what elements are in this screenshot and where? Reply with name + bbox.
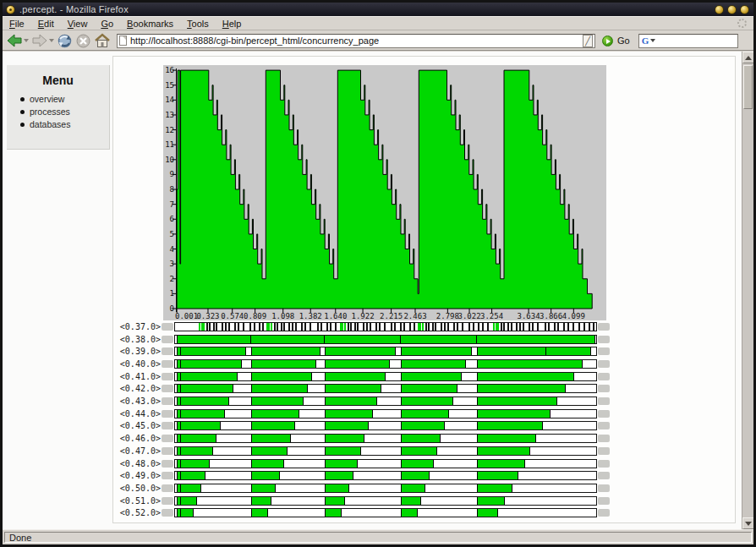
back-button[interactable] xyxy=(6,32,29,49)
stop-button[interactable] xyxy=(75,32,91,49)
process-row: <0.46.0> xyxy=(113,433,735,445)
menu-view[interactable]: View xyxy=(61,18,95,30)
svg-text:1.382: 1.382 xyxy=(299,312,322,320)
runnable-segment xyxy=(477,447,531,455)
runnable-segment xyxy=(177,347,246,355)
bar-right-cap xyxy=(598,336,610,343)
activity-tick-black xyxy=(317,323,319,331)
runnable-segment xyxy=(177,360,242,368)
search-engine-dropdown-icon[interactable] xyxy=(650,39,655,42)
process-id-label: <0.48.0> xyxy=(113,459,161,468)
activity-bar-track xyxy=(174,409,597,418)
bar-right-cap xyxy=(598,323,610,331)
bar-right-cap xyxy=(598,385,610,392)
svg-text:14: 14 xyxy=(165,96,174,104)
activity-tick-black xyxy=(567,323,569,331)
window-close-button[interactable] xyxy=(740,5,749,14)
url-bar[interactable]: http://localhost:8888/cgi-bin/percept_ht… xyxy=(117,34,595,48)
scroll-down-button[interactable] xyxy=(742,517,754,529)
scrollbar-thumb[interactable] xyxy=(743,65,753,109)
process-id-label: <0.40.0> xyxy=(113,359,161,369)
activity-tick-black xyxy=(516,323,518,331)
menu-edit[interactable]: Edit xyxy=(31,18,61,30)
search-input[interactable]: G xyxy=(638,34,738,48)
segment-boundary-tick xyxy=(180,509,181,517)
forward-button[interactable] xyxy=(31,32,54,49)
menu-go[interactable]: Go xyxy=(94,18,120,30)
runnable-segment xyxy=(325,484,349,492)
runnable-segment xyxy=(401,447,437,455)
runnable-segment xyxy=(477,484,512,492)
menu-help[interactable]: Help xyxy=(216,18,249,30)
process-row: <0.42.0> xyxy=(113,383,735,395)
go-button[interactable]: Go xyxy=(602,36,630,46)
runnable-segment xyxy=(401,347,472,355)
url-expander-button[interactable]: ╱ xyxy=(583,35,593,47)
process-row: <0.40.0> xyxy=(113,358,735,370)
bar-left-cap xyxy=(162,373,173,380)
runnable-segment xyxy=(401,410,449,418)
activity-bar-track xyxy=(174,496,597,506)
activity-tick-black xyxy=(222,323,223,331)
svg-text:9: 9 xyxy=(170,170,174,178)
activity-bar-track xyxy=(174,347,597,356)
sidebar-item-overview[interactable]: overview xyxy=(20,94,109,104)
home-button[interactable] xyxy=(94,32,111,49)
segment-boundary-tick xyxy=(180,422,181,429)
activity-tick-black xyxy=(447,323,449,331)
window-minimize-button[interactable] xyxy=(715,5,724,14)
vertical-scrollbar[interactable] xyxy=(742,52,753,529)
activity-tick-black xyxy=(529,323,530,331)
sidebar-item-databases[interactable]: databases xyxy=(20,119,109,129)
menu-tools[interactable]: Tools xyxy=(180,18,216,30)
svg-text:0.574: 0.574 xyxy=(221,312,244,320)
runnable-segment xyxy=(477,460,525,468)
scroll-up-icon xyxy=(745,56,752,60)
activity-tick-black xyxy=(425,323,427,331)
reload-button[interactable] xyxy=(57,32,73,49)
back-dropdown-icon[interactable] xyxy=(24,39,29,42)
process-row: <0.45.0> xyxy=(113,420,735,432)
activity-tick-black xyxy=(554,323,556,331)
window-maximize-button[interactable] xyxy=(727,5,737,14)
bar-left-cap xyxy=(162,323,173,331)
activity-tick-black xyxy=(457,323,458,331)
runnable-segment xyxy=(325,497,345,505)
go-label: Go xyxy=(617,36,630,46)
activity-bar xyxy=(162,495,610,506)
activity-tick-black xyxy=(330,323,331,331)
forward-dropdown-icon[interactable] xyxy=(49,39,54,42)
activity-tick-black xyxy=(238,323,239,331)
runnable-segment xyxy=(177,460,210,468)
bar-right-cap xyxy=(598,472,610,479)
browser-window: .percept. - Mozilla Firefox FileEditView… xyxy=(0,0,756,547)
runnable-segment xyxy=(251,435,291,442)
process-row: <0.44.0> xyxy=(113,408,735,420)
sidebar-item-processes[interactable]: processes xyxy=(20,107,109,117)
activity-tick-black xyxy=(213,323,215,331)
svg-text:1.098: 1.098 xyxy=(271,312,294,320)
activity-tick-black xyxy=(435,323,436,331)
activity-bar-track xyxy=(174,322,597,331)
activity-tick-black xyxy=(428,323,430,331)
scroll-up-button[interactable] xyxy=(742,52,754,63)
bar-left-cap xyxy=(162,336,173,343)
segment-boundary-tick xyxy=(180,447,181,455)
url-text[interactable]: http://localhost:8888/cgi-bin/percept_ht… xyxy=(130,36,379,46)
go-icon xyxy=(602,36,613,46)
concurrency-chart: 0123456789101112131415160.0010.3230.5740… xyxy=(163,65,606,320)
runnable-segment xyxy=(177,373,238,380)
segment-boundary-tick xyxy=(400,336,401,343)
activity-bar xyxy=(162,507,610,518)
activity-bar xyxy=(162,396,610,407)
activity-tick-black xyxy=(572,323,574,331)
bar-right-cap xyxy=(598,397,610,405)
activity-tick-black xyxy=(379,323,381,331)
menu-file[interactable]: File xyxy=(3,18,31,30)
svg-text:7: 7 xyxy=(170,200,174,209)
menu-bookmarks[interactable]: Bookmarks xyxy=(120,18,180,30)
activity-tick-black xyxy=(511,323,512,331)
svg-text:12: 12 xyxy=(165,126,174,134)
svg-text:1.922: 1.922 xyxy=(352,312,375,320)
activity-bar-track xyxy=(174,434,597,443)
